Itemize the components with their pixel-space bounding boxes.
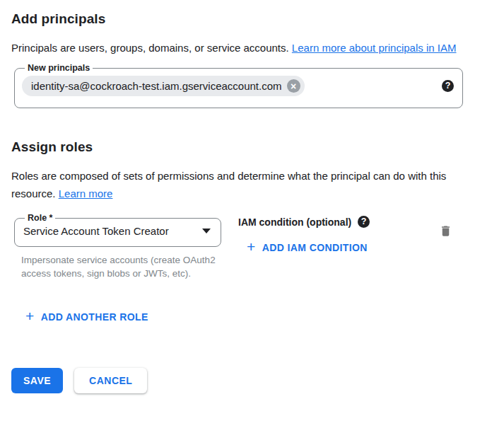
iam-condition-label-row: IAM condition (optional) ? [238,213,373,228]
principal-chip-value: identity-sa@cockroach-test.iam.gservicea… [31,80,282,92]
add-another-role-row: + ADD ANOTHER ROLE [20,306,493,328]
delete-role-button[interactable] [438,222,454,242]
add-iam-condition-button[interactable]: + ADD IAM CONDITION [241,236,373,258]
add-iam-condition-label: ADD IAM CONDITION [262,242,368,253]
principal-chip[interactable]: identity-sa@cockroach-test.iam.gservicea… [22,76,305,96]
role-selected-value: Service Account Token Creator [23,225,169,237]
new-principals-help-icon[interactable]: ? [442,80,454,92]
save-button[interactable]: SAVE [11,368,63,393]
new-principals-label: New principals [25,63,93,73]
cancel-button[interactable]: CANCEL [74,368,147,393]
role-assignment-row: Role * Service Account Token Creator Imp… [11,213,493,280]
role-column: Role * Service Account Token Creator Imp… [14,213,224,280]
role-helper-text: Impersonate service accounts (create OAu… [21,253,216,280]
new-principals-field[interactable]: New principals identity-sa@cockroach-tes… [14,63,463,108]
chip-remove-icon[interactable]: × [287,79,300,93]
trash-icon [439,224,452,238]
action-buttons-row: SAVE CANCEL [11,368,493,393]
iam-condition-help-icon[interactable]: ? [358,216,370,228]
role-dropdown[interactable]: Service Account Token Creator [22,223,213,237]
page-title: Add principals [11,11,493,27]
dropdown-arrow-icon [202,229,211,233]
iam-condition-column: IAM condition (optional) ? + ADD IAM CON… [238,213,373,258]
assign-roles-title: Assign roles [11,139,493,155]
new-principals-input-area[interactable]: identity-sa@cockroach-test.iam.gservicea… [22,74,454,96]
delete-role-column [438,213,454,242]
add-another-role-button[interactable]: + ADD ANOTHER ROLE [20,306,154,328]
principals-description-text: Principals are users, groups, domains, o… [11,42,289,54]
iam-condition-label: IAM condition (optional) [238,216,351,228]
plus-icon: + [25,308,35,323]
plus-icon: + [247,239,256,254]
learn-more-principals-link[interactable]: Learn more about principals in IAM [292,42,457,54]
add-another-role-label: ADD ANOTHER ROLE [41,311,148,323]
role-label: Role * [25,213,55,223]
roles-description: Roles are composed of sets of permission… [11,167,450,202]
principals-description: Principals are users, groups, domains, o… [11,39,472,57]
role-select-field[interactable]: Role * Service Account Token Creator [14,213,221,247]
add-principals-panel: Add principals Principals are users, gro… [0,0,504,445]
learn-more-roles-link[interactable]: Learn more [59,187,113,200]
